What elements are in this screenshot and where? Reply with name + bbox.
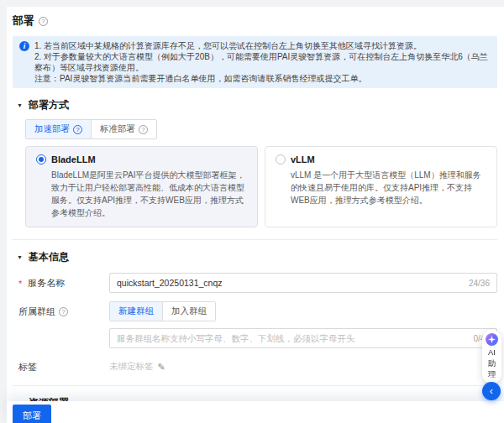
radio-vllm[interactable] (276, 154, 286, 164)
tab-join-group[interactable]: 加入群组 (163, 302, 215, 321)
section-deploy-method[interactable]: ▼ 部署方式 (17, 98, 497, 112)
tags-value: 未绑定标签 (109, 361, 154, 373)
page-title: 部署 (13, 13, 34, 29)
help-icon[interactable]: ? (73, 125, 82, 134)
service-name-label: 服务名称 (13, 273, 109, 290)
card-title: BladeLLM (51, 154, 96, 164)
tags-value-wrap: 未绑定标签 ✎ (109, 357, 497, 373)
ai-sparkle-icon (486, 333, 498, 346)
section-title: 部署方式 (29, 98, 69, 112)
section-title: 基本信息 (29, 250, 69, 264)
deploy-page-panel: 部署 ? i 1. 若当前区域中某规格的计算资源库存不足，您可以尝试在控制台左上… (7, 7, 504, 423)
banner-line: 2. 对于参数量较大的大语言模型（例如大于20B），可能需要使用PAI灵骏智算资… (34, 51, 489, 73)
divider (13, 239, 497, 240)
info-banner: i 1. 若当前区域中某规格的计算资源库存不足，您可以尝试在控制台左上角切换至其… (13, 36, 497, 88)
card-title: vLLM (291, 154, 315, 164)
card-description: vLLM 是一个用于大型语言模型（LLM）推理和服务的快速且易于使用的库。仅支持… (291, 169, 486, 206)
tab-label: 加速部署 (34, 123, 70, 135)
tab-new-group[interactable]: 新建群组 (110, 302, 163, 321)
info-icon: i (19, 41, 29, 51)
card-vllm[interactable]: vLLM vLLM 是一个用于大型语言模型（LLM）推理和服务的快速且易于使用的… (265, 146, 497, 227)
group-ctrl: 新建群组 加入群组 0/45 (109, 301, 497, 348)
tags-label: 标签 (13, 357, 109, 373)
radio-bladellm[interactable] (36, 154, 46, 164)
card-head: BladeLLM (36, 154, 247, 164)
banner-line: 注意：PAI灵骏智算资源当前需要开通白名单使用，如需咨询请联系销售经理或提交工单… (34, 73, 489, 84)
info-banner-text: 1. 若当前区域中某规格的计算资源库存不足，您可以尝试在控制台左上角切换至其他区… (34, 40, 489, 84)
group-tabs: 新建群组 加入群组 (109, 301, 216, 321)
tab-accelerated-deploy[interactable]: 加速部署 ? (26, 120, 92, 138)
card-description: BladeLLM是阿里云PAI平台提供的大模型部署框架，致力于让用户轻松部署高性… (51, 169, 247, 219)
tags-row: 标签 未绑定标签 ✎ (13, 357, 497, 373)
service-name-ctrl: 24/36 (109, 273, 497, 293)
tab-label: 标准部署 (100, 123, 135, 135)
tab-label: 加入群组 (171, 306, 207, 317)
deploy-method-tabs: 加速部署 ? 标准部署 ? (25, 119, 157, 139)
service-name-input[interactable] (117, 278, 462, 288)
ai-assistant-label: AI (488, 347, 496, 357)
collapse-panel-button[interactable]: ‹ (482, 382, 501, 400)
service-name-counter: 24/36 (469, 279, 490, 288)
ai-assistant-label: 助 (488, 358, 496, 368)
edit-tags-icon[interactable]: ✎ (158, 362, 165, 373)
group-label-wrap: 所属群组 ? (13, 301, 109, 318)
tags-ctrl: 未绑定标签 ✎ (109, 357, 497, 373)
footer-bar: 部署 (7, 401, 504, 423)
help-icon[interactable]: ? (139, 125, 148, 134)
card-bladellm[interactable]: BladeLLM BladeLLM是阿里云PAI平台提供的大模型部署框架，致力于… (25, 146, 258, 227)
framework-cards: BladeLLM BladeLLM是阿里云PAI平台提供的大模型部署框架，致力于… (25, 146, 497, 227)
page-header: 部署 ? (13, 13, 497, 29)
service-name-inputbox: 24/36 (109, 273, 497, 293)
section-basic-info[interactable]: ▼ 基本信息 (17, 250, 497, 264)
group-name-input[interactable] (117, 333, 467, 343)
group-name-inputbox: 0/45 (109, 328, 497, 348)
collapse-caret-icon: ▼ (17, 254, 23, 260)
page-title-help-icon[interactable]: ? (39, 17, 48, 26)
tab-label: 新建群组 (118, 306, 154, 317)
banner-line: 1. 若当前区域中某规格的计算资源库存不足，您可以尝试在控制台左上角切换至其他区… (34, 40, 489, 51)
card-head: vLLM (276, 154, 486, 164)
help-icon[interactable]: ? (59, 307, 68, 316)
collapse-caret-icon: ▼ (17, 102, 23, 108)
deploy-button[interactable]: 部署 (13, 405, 51, 423)
group-label: 所属群组 (18, 306, 55, 318)
service-name-row: 服务名称 24/36 (13, 273, 497, 293)
ai-assistant-widget[interactable]: AI 助 理 (482, 330, 501, 384)
group-row: 所属群组 ? 新建群组 加入群组 0/45 (13, 301, 497, 348)
divider (13, 385, 497, 386)
ai-assistant-label: 理 (488, 369, 496, 379)
tab-standard-deploy[interactable]: 标准部署 ? (92, 120, 156, 138)
